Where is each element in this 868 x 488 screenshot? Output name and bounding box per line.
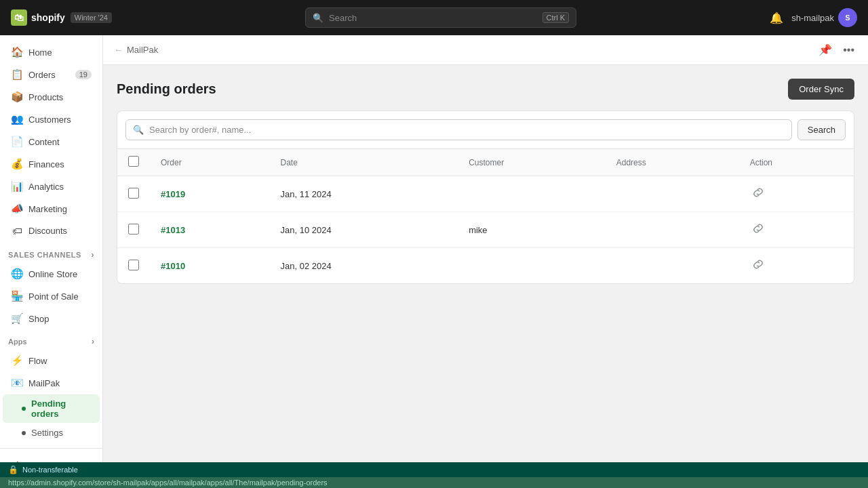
user-menu[interactable]: sh-mailpak S (791, 8, 857, 27)
order-sync-button[interactable]: Order Sync (788, 79, 854, 100)
order-number[interactable]: #1019 (161, 189, 185, 199)
settings-bullet (22, 431, 26, 435)
sidebar-item-online-store[interactable]: 🌐 Online Store (3, 263, 100, 285)
row-date: Jan, 11 2024 (270, 176, 458, 212)
finances-icon: 💰 (11, 158, 23, 170)
sidebar-item-finances-label: Finances (28, 159, 64, 169)
notifications-button[interactable]: 🔔 (770, 12, 783, 24)
sidebar-item-point-of-sale[interactable]: 🏪 Point of Sale (3, 285, 100, 307)
sidebar-item-shop-label: Shop (28, 314, 49, 324)
sidebar-item-settings[interactable]: ⚙ Settings (3, 455, 100, 462)
content-area: Pending orders Order Sync 🔍 Search (103, 65, 868, 462)
mailpak-icon: 📧 (11, 377, 23, 389)
row-customer (458, 176, 606, 212)
customer-column-header: Customer (458, 149, 606, 176)
row-action (739, 176, 854, 212)
online-store-icon: 🌐 (11, 268, 23, 280)
orders-badge: 19 (75, 70, 92, 79)
orders-icon: 📋 (11, 68, 23, 81)
sidebar-item-products[interactable]: 📦 Products (3, 86, 100, 108)
table-row: #1019 Jan, 11 2024 (117, 176, 854, 212)
apps-label: Apps (8, 338, 27, 346)
sidebar-item-marketing-label: Marketing (28, 204, 67, 214)
global-search-box[interactable]: 🔍 Ctrl K (305, 7, 576, 28)
action-link-button[interactable] (750, 184, 766, 203)
select-all-checkbox[interactable] (128, 156, 139, 167)
sidebar-item-flow[interactable]: ⚡ Flow (3, 350, 100, 371)
pending-orders-bullet (22, 407, 26, 411)
row-action (739, 248, 854, 284)
global-search-input[interactable] (329, 13, 537, 23)
order-number[interactable]: #1013 (161, 225, 185, 235)
sidebar-item-mailpak-label: MailPak (28, 378, 60, 388)
breadcrumb-app-name[interactable]: MailPak (127, 45, 158, 55)
row-address (606, 176, 739, 212)
topbar: 🛍 shopify Winter '24 🔍 Ctrl K 🔔 sh-mailp… (0, 0, 868, 35)
sidebar-item-orders-label: Orders (28, 70, 56, 80)
sidebar-subitem-pending-orders[interactable]: Pending orders (3, 394, 100, 423)
more-options-button[interactable]: ••• (840, 41, 857, 59)
sidebar-item-customers-label: Customers (28, 115, 71, 125)
discounts-icon: 🏷 (11, 225, 23, 237)
sidebar-item-customers[interactable]: 👥 Customers (3, 108, 100, 130)
table-header-row: Order Date Customer Address Action (117, 149, 854, 176)
url-text: https://admin.shopify.com/store/sh-mailp… (8, 479, 328, 487)
row-checkbox[interactable] (128, 188, 139, 199)
username-label: sh-mailpak (791, 13, 834, 23)
app-body: 🏠 Home 📋 Orders 19 📦 Products 👥 Customer… (0, 35, 868, 462)
sidebar-item-home[interactable]: 🏠 Home (3, 41, 100, 63)
sidebar-item-analytics-label: Analytics (28, 182, 64, 192)
breadcrumb: ← MailPak (114, 45, 158, 55)
shop-icon: 🛒 (11, 312, 23, 325)
sidebar-item-orders[interactable]: 📋 Orders 19 (3, 64, 100, 85)
action-link-button[interactable] (750, 256, 766, 275)
avatar: S (838, 8, 857, 27)
sidebar-item-point-of-sale-label: Point of Sale (28, 291, 79, 302)
row-order: #1019 (150, 176, 270, 212)
bottom-bar: 🔒 Non-transferable (0, 462, 868, 477)
sidebar-item-finances[interactable]: 💰 Finances (3, 153, 100, 175)
sidebar-item-content[interactable]: 📄 Content (3, 131, 100, 152)
shopify-logo-icon: 🛍 (11, 9, 27, 26)
search-icon: 🔍 (313, 13, 323, 23)
topbar-search-container: 🔍 Ctrl K (305, 7, 576, 28)
sidebar-item-analytics[interactable]: 📊 Analytics (3, 176, 100, 197)
sidebar-subitem-settings[interactable]: Settings (3, 424, 100, 442)
table-row: #1010 Jan, 02 2024 (117, 248, 854, 284)
order-number[interactable]: #1010 (161, 261, 185, 271)
row-address (606, 248, 739, 284)
sidebar-item-mailpak[interactable]: 📧 MailPak (3, 372, 100, 394)
sales-channels-expand-icon[interactable]: › (92, 250, 95, 260)
select-all-column (117, 149, 150, 176)
table-search-box[interactable]: 🔍 (125, 119, 792, 140)
analytics-icon: 📊 (11, 180, 23, 192)
row-address (606, 212, 739, 248)
apps-expand-icon[interactable]: › (92, 337, 94, 346)
pin-button[interactable]: 📌 (816, 41, 835, 59)
row-checkbox-cell (117, 176, 150, 212)
sidebar-item-marketing[interactable]: 📣 Marketing (3, 198, 100, 220)
row-checkbox[interactable] (128, 260, 139, 270)
sidebar-item-flow-label: Flow (28, 356, 47, 366)
sales-channels-section: Sales channels › (0, 242, 102, 262)
row-action (739, 212, 854, 248)
action-link-button[interactable] (750, 220, 766, 239)
sidebar-item-discounts[interactable]: 🏷 Discounts (3, 220, 100, 241)
table-search-input[interactable] (149, 125, 785, 135)
sidebar-item-shop[interactable]: 🛒 Shop (3, 308, 100, 329)
search-shortcut-hint: Ctrl K (542, 12, 570, 23)
content-icon: 📄 (11, 136, 23, 148)
search-button[interactable]: Search (797, 119, 846, 140)
row-customer (458, 248, 606, 284)
order-column-header: Order (150, 149, 270, 176)
apps-section: Apps › (0, 330, 102, 349)
sidebar-nav: 🏠 Home 📋 Orders 19 📦 Products 👥 Customer… (0, 35, 102, 448)
non-transferable-label: Non-transferable (22, 466, 78, 474)
row-date: Jan, 10 2024 (270, 212, 458, 248)
main-content-area: ← MailPak 📌 ••• Pending orders Order Syn… (103, 35, 868, 462)
row-checkbox-cell (117, 212, 150, 248)
row-checkbox[interactable] (128, 224, 139, 235)
sidebar-item-content-label: Content (28, 137, 60, 147)
row-customer: mike (458, 212, 606, 248)
date-column-header: Date (270, 149, 458, 176)
